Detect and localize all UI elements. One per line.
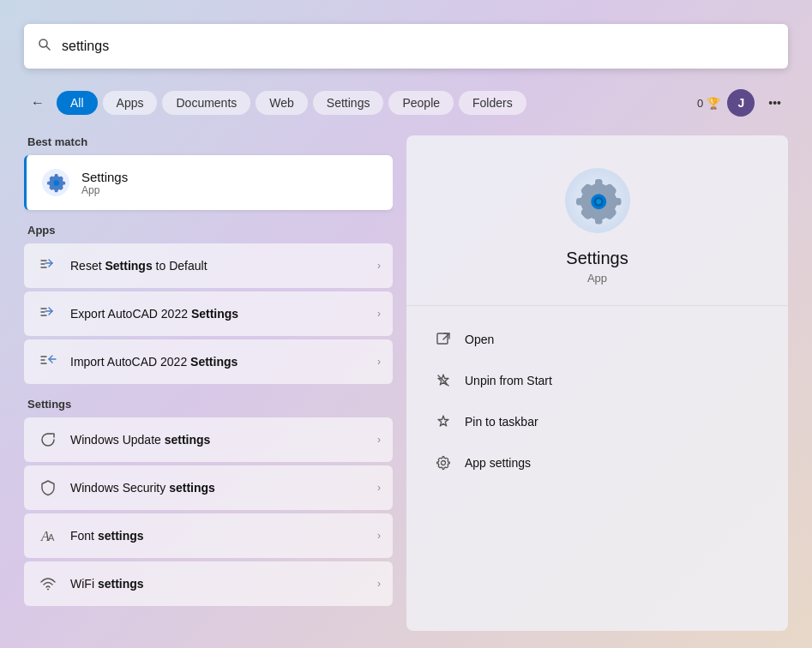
best-match-card[interactable]: Settings App <box>24 155 393 210</box>
settings-large-icon <box>563 166 632 235</box>
list-item[interactable]: Windows Security settings › <box>24 465 393 510</box>
right-app-subtitle: App <box>587 272 607 285</box>
list-item[interactable]: Export AutoCAD 2022 Settings › <box>24 291 393 336</box>
tab-all[interactable]: All <box>57 91 98 115</box>
unpin-icon <box>434 371 453 390</box>
svg-point-13 <box>596 199 601 204</box>
windows-update-icon <box>36 428 60 452</box>
list-item[interactable]: WiFi settings › <box>24 561 393 606</box>
svg-line-1 <box>46 46 50 50</box>
export-settings-icon <box>36 302 60 326</box>
points-value: 0 <box>697 97 703 110</box>
left-panel: Best match Settings App Apps <box>24 135 393 631</box>
open-action[interactable]: Open <box>427 320 767 359</box>
best-match-subtitle: App <box>81 184 128 196</box>
tab-actions: 0 🏆 J ••• <box>697 89 788 117</box>
tab-settings[interactable]: Settings <box>313 91 384 115</box>
svg-point-9 <box>47 589 49 591</box>
main-content: Best match Settings App Apps <box>24 135 788 631</box>
unpin-start-label: Unpin from Start <box>465 374 552 387</box>
chevron-right-icon: › <box>377 356 381 368</box>
chevron-right-icon: › <box>377 482 381 494</box>
best-match-icon <box>40 167 71 198</box>
reset-settings-icon <box>36 254 60 278</box>
chevron-right-icon: › <box>377 308 381 320</box>
apps-section: Apps Reset Settings to Default › <box>24 224 393 384</box>
wifi-settings-icon <box>36 572 60 596</box>
app-settings-icon <box>434 453 453 472</box>
best-match-info: Settings App <box>81 170 128 196</box>
tab-web[interactable]: Web <box>256 91 308 115</box>
tab-folders[interactable]: Folders <box>459 91 526 115</box>
app-settings-label: App settings <box>465 456 531 470</box>
windows-security-text: Windows Security settings <box>70 481 367 495</box>
apps-section-label: Apps <box>24 224 393 237</box>
chevron-right-icon: › <box>377 260 381 272</box>
settings-section: Settings Windows Update settings › <box>24 398 393 606</box>
right-app-title: Settings <box>566 249 628 268</box>
font-settings-icon: A A <box>36 524 60 548</box>
font-settings-text: Font settings <box>70 529 367 543</box>
tab-people[interactable]: People <box>388 91 454 115</box>
right-panel: Settings App Open <box>406 135 788 631</box>
chevron-right-icon: › <box>377 434 381 446</box>
open-icon <box>434 330 453 349</box>
reset-settings-text: Reset Settings to Default <box>70 259 367 273</box>
right-panel-actions: Open Unpin from Start Pin to taskba <box>406 306 788 496</box>
list-item[interactable]: A A Font settings › <box>24 513 393 558</box>
tab-apps[interactable]: Apps <box>103 91 158 115</box>
svg-point-3 <box>53 180 59 186</box>
avatar[interactable]: J <box>727 89 755 117</box>
pin-taskbar-label: Pin to taskbar <box>465 415 538 429</box>
unpin-start-action[interactable]: Unpin from Start <box>427 361 767 400</box>
filter-tabs: ← All Apps Documents Web Settings People… <box>24 84 788 122</box>
svg-point-17 <box>442 461 446 465</box>
back-button[interactable]: ← <box>24 89 51 117</box>
windows-security-icon <box>36 476 60 500</box>
best-match-title: Settings <box>81 170 128 184</box>
more-options-button[interactable]: ••• <box>761 93 788 113</box>
svg-text:A: A <box>48 532 55 543</box>
points-badge: 0 🏆 <box>697 97 720 110</box>
import-settings-icon <box>36 350 60 374</box>
svg-line-15 <box>443 333 449 339</box>
list-item[interactable]: Import AutoCAD 2022 Settings › <box>24 339 393 384</box>
windows-update-text: Windows Update settings <box>70 433 367 447</box>
right-panel-header: Settings App <box>406 135 788 306</box>
chevron-right-icon: › <box>377 530 381 542</box>
list-item[interactable]: Windows Update settings › <box>24 417 393 462</box>
svg-rect-14 <box>437 333 448 344</box>
settings-section-label: Settings <box>24 398 393 411</box>
pin-taskbar-icon <box>434 412 453 431</box>
open-label: Open <box>465 333 494 346</box>
app-settings-action[interactable]: App settings <box>427 443 767 483</box>
list-item[interactable]: Reset Settings to Default › <box>24 243 393 288</box>
wifi-settings-text: WiFi settings <box>70 577 367 591</box>
search-icon <box>38 38 51 55</box>
search-input[interactable]: settings <box>62 39 774 54</box>
tab-documents[interactable]: Documents <box>162 91 250 115</box>
chevron-right-icon: › <box>377 578 381 590</box>
best-match-label: Best match <box>24 135 393 148</box>
trophy-icon: 🏆 <box>707 97 720 110</box>
search-bar: settings <box>24 24 788 69</box>
pin-taskbar-action[interactable]: Pin to taskbar <box>427 402 767 441</box>
import-settings-text: Import AutoCAD 2022 Settings <box>70 355 367 369</box>
svg-line-16 <box>438 375 448 386</box>
export-settings-text: Export AutoCAD 2022 Settings <box>70 307 367 321</box>
